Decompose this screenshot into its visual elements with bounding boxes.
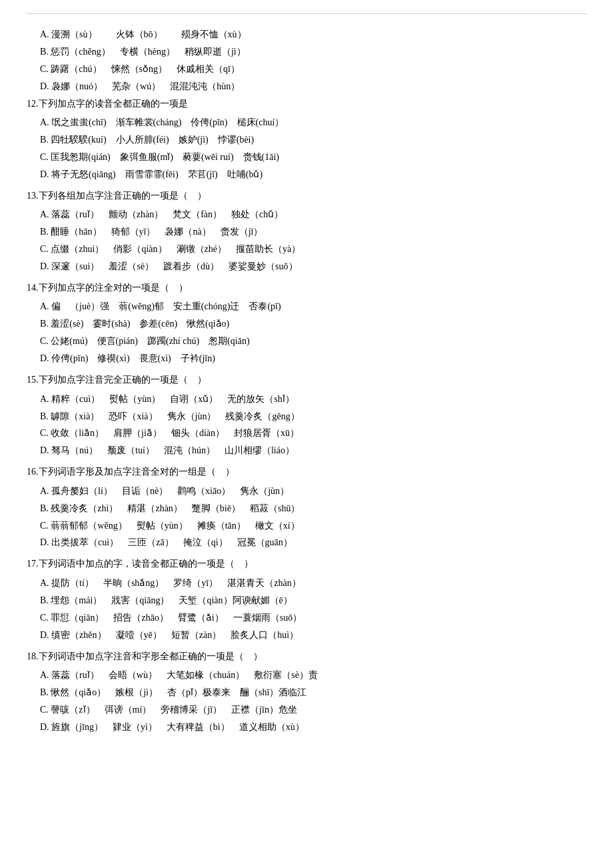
question-12: 12.下列加点字的读音全都正确的一项是 A. 氓之蚩蚩(chī) 渐车帷裳(ch… (27, 95, 586, 183)
question-16: 16.下列词语字形及加点字注音全对的一组是（ ） A. 孤舟嫠妇（lí） 目诟（… (27, 463, 586, 551)
q17-option-c: C. 罪愆（qiān） 招告（zhāo） 臂鹭（ǎi） 一蓑烟雨（suō） (40, 609, 586, 627)
question-18: 18.下列词语中加点字注音和字形全都正确的一项是（ ） A. 落蕊（ruǐ） 会… (27, 648, 586, 736)
q13-option-c: C. 点缀（zhuì） 俏影（qiàn） 涮镦（zhé） 揠苗助长（yà） (40, 241, 586, 258)
q14-option-d: D. 伶俜(pīn) 修禊(xì) 畏意(xì) 子衿(jīn) (40, 350, 586, 367)
q14-option-a: A. 偏 （juè）强 蓊(wěng)郁 安土重(chóng)迁 否泰(pī) (40, 298, 586, 315)
q16-option-d: D. 出类拔萃（cuì） 三匝（zā） 掩泣（qì） 冠冕（guān） (40, 534, 586, 551)
q15-option-c: C. 收敛（liǎn） 肩胛（jiǎ） 钿头（diàn） 封狼居胥（xū） (40, 425, 586, 442)
q18-option-a: A. 落蕊（ruǐ） 会晤（wù） 大笔如椽（chuán） 敷衍塞（sè）责 (40, 667, 586, 684)
q14-option-b: B. 羞涩(sè) 霎时(shà) 参差(cēn) 愀然(qiǎo) (40, 315, 586, 333)
q16-option-b: B. 残羹冷炙（zhì） 精湛（zhàn） 蹩脚（biē） 稻菽（shū） (40, 500, 586, 517)
question-13: 13.下列各组加点字注音正确的一项是（ ） A. 落蕊（ruǐ） 颤动（zhàn… (27, 187, 586, 275)
q14-option-c: C. 公姥(mú) 便言(pián) 踯躅(zhí chú) 怱期(qiān) (40, 333, 586, 350)
q18-title: 18.下列词语中加点字注音和字形全都正确的一项是（ ） (27, 648, 586, 666)
q16-option-a: A. 孤舟嫠妇（lí） 目诟（nè） 鹳鸣（xiāo） 隽永（jùn） (40, 483, 586, 500)
q14-title: 14.下列加点字的注全对的一项是（ ） (27, 279, 586, 297)
q17-option-b: B. 埋怨（mái） 戕害（qiāng） 天堑（qiàn）阿谀献媚（ē） (40, 592, 586, 609)
top-option-b: B. 惩罚（chěng） 专横（hèng） 稍纵即逝（jì） (40, 43, 586, 61)
question-17: 17.下列词语中加点的字，读音全都正确的一项是（ ） A. 提防（tí） 半晌（… (27, 555, 586, 643)
q17-option-d: D. 缜密（zhěn） 凝噎（yē） 短暂（zàn） 脍炙人口（huì） (40, 627, 586, 644)
top-options-section: A. 漫溯（sù） 火钵（bō） 殒身不恤（xù） B. 惩罚（chěng） 专… (27, 26, 586, 95)
q18-option-d: D. 旌旗（jīng） 肄业（yì） 大有稗益（bì） 道义相助（xù） (40, 719, 586, 736)
top-option-d: D. 袅娜（nuó） 芜杂（wú） 混混沌沌（hùn） (40, 78, 586, 95)
q16-title: 16.下列词语字形及加点字注音全对的一组是（ ） (27, 463, 586, 481)
q13-option-b: B. 酣睡（hān） 猗郁（yī） 袅娜（nà） 赍发（jī） (40, 223, 586, 241)
q12-option-b: B. 四牡騤騤(kuí) 小人所腓(féi) 嫉妒(jì) 悖谬(bèi) (40, 131, 586, 149)
q16-option-c: C. 蓊蓊郁郁（wěng） 熨帖（yùn） 摊痪（tān） 橄文（xí） (40, 517, 586, 535)
question-15: 15.下列加点字注音完全正确的一项是（ ） A. 精粹（cuì） 熨帖（yùn）… (27, 371, 586, 459)
q17-option-a: A. 提防（tí） 半晌（shǎng） 罗绮（yī） 湛湛青天（zhàn） (40, 575, 586, 592)
top-border (27, 13, 586, 14)
q18-option-b: B. 愀然（qiǎo） 嫉根（jì） 杏（pǐ）极泰来 酾（shī）酒临江 (40, 684, 586, 701)
question-14: 14.下列加点字的注全对的一项是（ ） A. 偏 （juè）强 蓊(wěng)郁… (27, 279, 586, 367)
top-option-a: A. 漫溯（sù） 火钵（bō） 殒身不恤（xù） (40, 26, 586, 43)
q13-option-d: D. 深邃（suì） 羞涩（sè） 踱着步（dù） 婆娑曼妙（suō） (40, 258, 586, 275)
q15-option-d: D. 驽马（nú） 颓废（tuí） 混沌（hún） 山川相缪（liáo） (40, 442, 586, 459)
q18-option-c: C. 謦咳（zǐ） 弭谤（mí） 旁稽博采（jī） 正襟（jīn）危坐 (40, 701, 586, 719)
q13-title: 13.下列各组加点字注音正确的一项是（ ） (27, 187, 586, 205)
q12-option-d: D. 将子无怒(qiāng) 雨雪霏霏(fēi) 芣苢(jī) 吐哺(bǔ) (40, 166, 586, 183)
q13-option-a: A. 落蕊（ruǐ） 颤动（zhàn） 梵文（fàn） 独处（chǔ） (40, 206, 586, 223)
q15-option-a: A. 精粹（cuì） 熨帖（yùn） 自诩（xǔ） 无的放矢（shǐ） (40, 391, 586, 408)
q12-option-c: C. 匡我怱期(qián) 象弭鱼服(mǐ) 蕤葽(wēi ruí) 赍钱(1ā… (40, 149, 586, 166)
q17-title: 17.下列词语中加点的字，读音全都正确的一项是（ ） (27, 555, 586, 573)
q12-option-a: A. 氓之蚩蚩(chī) 渐车帷裳(cháng) 伶俜(pīn) 槌床(chuí… (40, 114, 586, 131)
q12-title: 12.下列加点字的读音全都正确的一项是 (27, 95, 586, 113)
q15-option-b: B. 罅隙（xià） 恐吓（xià） 隽永（jùn） 残羹冷炙（gēng） (40, 408, 586, 425)
top-option-c: C. 踌躇（chú） 悚然（sǒng） 休戚相关（qī） (40, 61, 586, 78)
q15-title: 15.下列加点字注音完全正确的一项是（ ） (27, 371, 586, 389)
